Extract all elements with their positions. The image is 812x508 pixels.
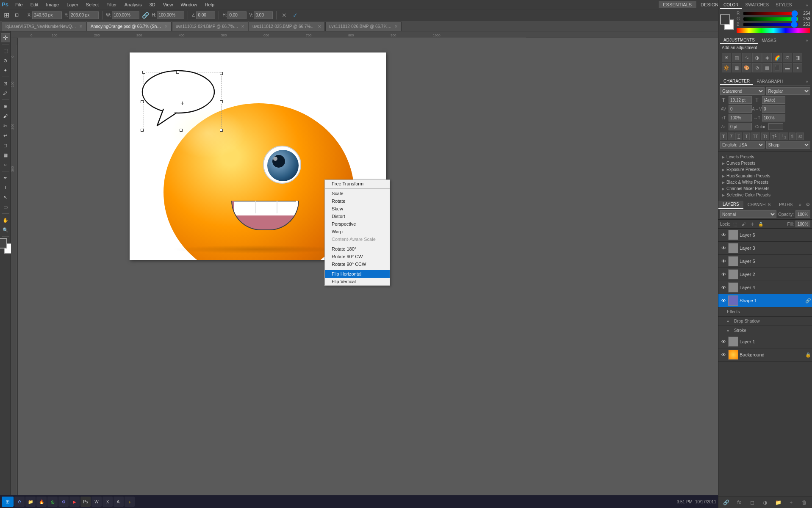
adj-curves[interactable]: ∿ <box>742 53 751 62</box>
preset-channelmix[interactable]: ▶ Channel Mixer Presets <box>720 185 810 192</box>
gradient-tool[interactable]: ▦ <box>1 150 10 160</box>
strikethrough-btn[interactable]: T <box>743 133 750 140</box>
adj-bw[interactable]: ◨ <box>793 53 802 62</box>
channels-tab[interactable]: CHANNELS <box>743 201 775 208</box>
zoom-tool[interactable]: 🔍 <box>1 225 10 235</box>
font-style-select[interactable]: Regular <box>766 87 811 95</box>
oldstyle-btn[interactable]: st <box>796 133 804 140</box>
hskew-input[interactable] <box>227 11 247 19</box>
type-tool[interactable]: T <box>1 183 10 192</box>
new-group-btn[interactable]: 📁 <box>774 498 782 507</box>
confirm-transform-icon[interactable]: ✓ <box>291 11 299 19</box>
angle-input[interactable] <box>196 11 215 19</box>
layer-item-layer3[interactable]: 👁 Layer 3 <box>718 242 812 255</box>
taskbar-firefox[interactable]: 🔥 <box>36 497 47 507</box>
lock-image-icon[interactable]: 🖌 <box>740 221 747 227</box>
crop-tool[interactable]: ⊡ <box>1 79 10 88</box>
preset-curves[interactable]: ▶ Curves Presets <box>720 160 810 166</box>
adj-brightness[interactable]: ☀ <box>722 53 731 62</box>
allcaps-btn[interactable]: TT <box>751 133 760 140</box>
brush-tool[interactable]: 🖌 <box>1 111 10 121</box>
y-position-input[interactable] <box>69 11 99 19</box>
layer1-visibility[interactable]: 👁 <box>720 338 727 345</box>
menu-view[interactable]: View <box>160 1 177 8</box>
transform-handle-bl[interactable] <box>141 129 144 132</box>
transform-handle-br[interactable] <box>220 129 223 132</box>
layer-item-effects[interactable]: Effects <box>718 307 812 317</box>
shape-tool[interactable]: ▭ <box>1 202 10 212</box>
tracking-input[interactable] <box>762 105 785 113</box>
leading-input[interactable] <box>762 96 785 104</box>
layer-item-dropshadow[interactable]: ● Drop Shadow <box>718 317 812 326</box>
paragraph-tab[interactable]: PARAGRAPH <box>753 78 786 85</box>
adj-exposure[interactable]: ◑ <box>752 53 762 62</box>
layer-item-layer1[interactable]: 👁 Layer 1 <box>718 335 812 348</box>
marquee-tool[interactable]: ⬚ <box>1 46 10 55</box>
adj-gradientmap[interactable]: ▬ <box>783 63 792 72</box>
color-panel-expand[interactable]: » <box>804 2 810 8</box>
menu-3d[interactable]: 3D <box>146 1 159 8</box>
ctx-flip-vertical[interactable]: Flip Vertical <box>325 278 390 285</box>
adj-threshold[interactable]: ⬛ <box>773 63 782 72</box>
preset-selectivecolor[interactable]: ▶ Selective Color Presets <box>720 192 810 198</box>
background-visibility[interactable]: 👁 <box>720 351 727 358</box>
pen-tool[interactable]: ✒ <box>1 173 10 182</box>
subscript-btn[interactable]: T1 <box>779 133 788 140</box>
tab-close-3[interactable]: ✕ <box>318 24 321 29</box>
ctx-scale[interactable]: Scale <box>325 190 390 197</box>
adjustment-layer-btn[interactable]: ◑ <box>761 498 769 507</box>
taskbar-music[interactable]: ♪ <box>125 497 135 507</box>
smallcaps-btn[interactable]: Tt <box>761 133 769 140</box>
menu-layer[interactable]: Layer <box>63 1 82 8</box>
preset-exposure[interactable]: ▶ Exposure Presets <box>720 166 810 173</box>
adj-photofilter[interactable]: 🔆 <box>722 63 731 72</box>
layer-mask-btn[interactable]: ◻ <box>748 498 757 507</box>
delete-layer-btn[interactable]: 🗑 <box>800 498 809 507</box>
language-select[interactable]: English: USA <box>720 141 765 149</box>
green-slider[interactable] <box>743 17 798 21</box>
menu-edit[interactable]: Edit <box>27 1 42 8</box>
taskbar-chrome[interactable]: ◎ <box>47 497 58 507</box>
vscale-input[interactable] <box>729 114 752 121</box>
ctx-rotate[interactable]: Rotate <box>325 197 390 205</box>
magic-wand-tool[interactable]: ✦ <box>1 66 10 75</box>
adjustments-tab[interactable]: ADJUSTMENTS <box>720 37 758 44</box>
adj-colorlookup[interactable]: 🎨 <box>742 63 751 72</box>
adj-colorbalance[interactable]: ⚖ <box>783 53 792 62</box>
taskbar-folder[interactable]: 📁 <box>25 497 36 507</box>
bold-btn[interactable]: T <box>720 133 727 140</box>
history-brush-tool[interactable]: ↩ <box>1 131 10 140</box>
layer2-visibility[interactable]: 👁 <box>720 271 727 278</box>
masks-tab[interactable]: MASKS <box>758 37 780 44</box>
font-size-input[interactable] <box>729 96 752 104</box>
color-fg-swatch[interactable] <box>720 14 730 25</box>
tab-3[interactable]: uvs111012-025.BMP @ 66.7% (RGB/8) ✕ <box>249 22 325 31</box>
new-layer-btn[interactable]: + <box>787 498 795 507</box>
adj-channelmix[interactable]: ▦ <box>732 63 741 72</box>
transform-icon[interactable]: ⊞ <box>3 11 10 19</box>
italic-btn[interactable]: T <box>728 133 734 140</box>
ligatures-btn[interactable]: fi <box>789 133 795 140</box>
adj-hsl[interactable]: 🌈 <box>773 53 782 62</box>
layer4-visibility[interactable]: 👁 <box>720 284 727 291</box>
red-slider[interactable] <box>743 12 798 15</box>
adj-vibrance[interactable]: ◈ <box>762 53 772 62</box>
ctx-content-aware-scale[interactable]: Content-Aware Scale <box>325 235 390 243</box>
tab-0[interactable]: lqLaserVISTAS_NewNumberNewQR.psd @ 33.3%… <box>2 22 86 31</box>
canvas-area[interactable]: 0 100 200 300 400 500 600 700 800 900 10… <box>11 31 718 499</box>
ctx-skew[interactable]: Skew <box>325 205 390 213</box>
tab-close-2[interactable]: ✕ <box>241 24 244 29</box>
menu-file[interactable]: File <box>12 1 26 8</box>
cancel-transform-icon[interactable]: ✕ <box>280 11 288 19</box>
paths-tab[interactable]: PATHS <box>775 201 797 208</box>
menu-help[interactable]: Help <box>202 1 218 8</box>
lock-position-icon[interactable]: ✛ <box>749 221 756 227</box>
clone-stamp-tool[interactable]: ✄ <box>1 121 10 130</box>
styles-tab[interactable]: STYLES <box>772 2 795 9</box>
antialiasing-select[interactable]: Sharp <box>766 141 811 149</box>
height-input[interactable] <box>157 11 184 19</box>
tab-4[interactable]: uvs111012-026.BMP @ 66.7% (RGB/8) ✕ <box>325 22 402 31</box>
ctx-flip-horizontal[interactable]: Flip Horizontal <box>325 270 390 278</box>
color-swatch-input[interactable] <box>768 123 783 130</box>
healing-brush-tool[interactable]: ⊕ <box>1 102 10 111</box>
